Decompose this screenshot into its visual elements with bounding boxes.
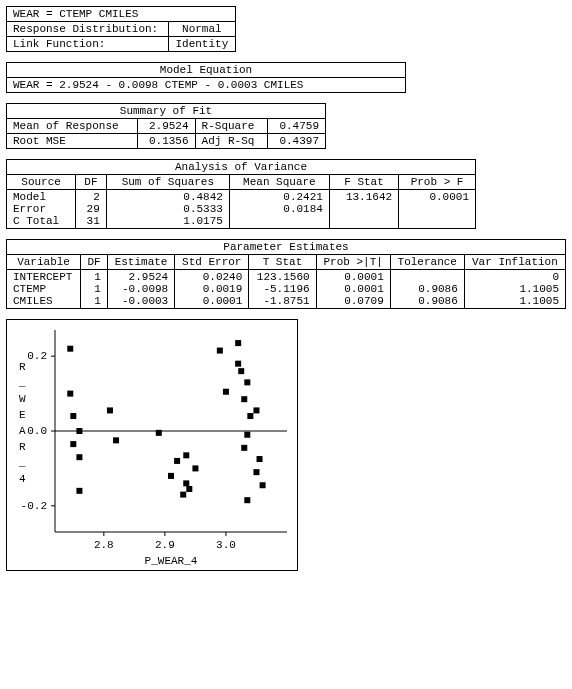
svg-rect-48	[247, 413, 253, 419]
svg-text:_: _	[18, 377, 26, 389]
summary-fit-row: Mean of Response2.9524R-Square0.4759	[7, 119, 326, 134]
param-est-data-row: INTERCEPTCTEMPCMILES1112.9524-0.0098-0.0…	[7, 270, 566, 309]
summary-fit-row: Root MSE0.1356Adj R-Sq0.4397	[7, 134, 326, 149]
svg-rect-31	[107, 407, 113, 413]
model-equation-table: Model Equation WEAR = 2.9524 - 0.0098 CT…	[6, 62, 406, 93]
svg-text:E: E	[19, 409, 26, 421]
svg-rect-43	[235, 340, 241, 346]
summary-fit-cell: 0.1356	[137, 134, 195, 149]
param-est-table: Parameter Estimates VariableDFEstimateSt…	[6, 239, 566, 309]
svg-text:A: A	[19, 425, 26, 437]
anova-cell: 13.1642	[329, 190, 398, 229]
svg-rect-38	[186, 486, 192, 492]
anova-cell: ModelErrorC Total	[7, 190, 76, 229]
model-spec-formula: WEAR = CTEMP CMILES	[7, 7, 236, 22]
param-est-header: Variable	[7, 255, 81, 270]
anova-cell: 0.24210.0184	[229, 190, 329, 229]
svg-text:R: R	[19, 441, 26, 453]
svg-rect-49	[244, 432, 250, 438]
param-est-title: Parameter Estimates	[7, 240, 566, 255]
summary-fit-cell: Root MSE	[7, 134, 138, 149]
resp-dist-value: Normal	[168, 22, 235, 37]
param-est-header: Estimate	[107, 255, 174, 270]
svg-text:3.0: 3.0	[216, 539, 236, 551]
svg-rect-32	[113, 437, 119, 443]
anova-data-row: ModelErrorC Total229310.48420.53331.0175…	[7, 190, 476, 229]
param-est-cell: 123.1560-5.1196-1.8751	[249, 270, 316, 309]
svg-rect-39	[183, 452, 189, 458]
anova-header: Sum of Squares	[106, 175, 229, 190]
svg-text:2.9: 2.9	[155, 539, 175, 551]
param-est-header: Var Inflation	[464, 255, 565, 270]
summary-fit-table: Summary of Fit Mean of Response2.9524R-S…	[6, 103, 326, 149]
svg-rect-46	[244, 379, 250, 385]
anova-cell: 0.0001	[399, 190, 476, 229]
anova-title: Analysis of Variance	[7, 160, 476, 175]
anova-header: F Stat	[329, 175, 398, 190]
svg-rect-36	[180, 492, 186, 498]
summary-fit-cell: R-Square	[195, 119, 267, 134]
svg-rect-54	[260, 482, 266, 488]
resp-dist-label: Response Distribution:	[7, 22, 169, 37]
anova-header: Source	[7, 175, 76, 190]
svg-rect-30	[76, 488, 82, 494]
svg-text:P_WEAR_4: P_WEAR_4	[145, 555, 198, 567]
residual-scatter-plot: -0.20.00.22.82.93.0R_WEAR_4P_WEAR_4	[6, 319, 566, 571]
param-est-header: Prob >|T|	[316, 255, 390, 270]
summary-fit-cell: 2.9524	[137, 119, 195, 134]
svg-text:-0.2: -0.2	[21, 500, 47, 512]
svg-rect-44	[235, 361, 241, 367]
param-est-cell: 111	[81, 270, 108, 309]
svg-rect-53	[253, 469, 259, 475]
svg-rect-37	[183, 480, 189, 486]
svg-text:4: 4	[19, 473, 26, 485]
param-est-header: T Stat	[249, 255, 316, 270]
svg-rect-26	[70, 413, 76, 419]
summary-fit-title: Summary of Fit	[7, 104, 326, 119]
link-func-value: Identity	[168, 37, 235, 52]
svg-text:R: R	[19, 361, 26, 373]
svg-rect-40	[192, 465, 198, 471]
param-est-cell: INTERCEPTCTEMPCMILES	[7, 270, 81, 309]
anova-header: Prob > F	[399, 175, 476, 190]
summary-fit-cell: Mean of Response	[7, 119, 138, 134]
model-equation-text: WEAR = 2.9524 - 0.0098 CTEMP - 0.0003 CM…	[7, 78, 406, 93]
svg-rect-47	[241, 396, 247, 402]
param-est-cell: 2.9524-0.0098-0.0003	[107, 270, 174, 309]
svg-text:0.0: 0.0	[27, 425, 47, 437]
svg-text:_: _	[18, 457, 26, 469]
param-est-cell: 01.10051.1005	[464, 270, 565, 309]
param-est-header: Std Error	[175, 255, 249, 270]
svg-rect-28	[70, 441, 76, 447]
summary-fit-cell: 0.4397	[268, 134, 326, 149]
svg-rect-25	[67, 391, 73, 397]
anova-cell: 22931	[76, 190, 107, 229]
anova-header: Mean Square	[229, 175, 329, 190]
link-func-label: Link Function:	[7, 37, 169, 52]
svg-text:W: W	[19, 393, 26, 405]
param-est-cell: 0.00010.00010.0709	[316, 270, 390, 309]
anova-table: Analysis of Variance SourceDFSum of Squa…	[6, 159, 476, 229]
svg-rect-50	[241, 445, 247, 451]
svg-rect-33	[156, 430, 162, 436]
param-est-header: Tolerance	[390, 255, 464, 270]
svg-rect-42	[223, 389, 229, 395]
svg-rect-41	[217, 348, 223, 354]
param-est-cell: 0.90860.9086	[390, 270, 464, 309]
svg-rect-29	[76, 454, 82, 460]
summary-fit-cell: 0.4759	[268, 119, 326, 134]
summary-fit-cell: Adj R-Sq	[195, 134, 267, 149]
svg-text:2.8: 2.8	[94, 539, 114, 551]
svg-rect-45	[238, 368, 244, 374]
svg-rect-34	[168, 473, 174, 479]
param-est-header: DF	[81, 255, 108, 270]
anova-cell: 0.48420.53331.0175	[106, 190, 229, 229]
model-spec-table: WEAR = CTEMP CMILES Response Distributio…	[6, 6, 236, 52]
svg-rect-27	[76, 428, 82, 434]
svg-rect-55	[244, 497, 250, 503]
param-est-cell: 0.02400.00190.0001	[175, 270, 249, 309]
svg-rect-35	[174, 458, 180, 464]
svg-text:0.2: 0.2	[27, 350, 47, 362]
model-equation-title: Model Equation	[7, 63, 406, 78]
svg-rect-51	[253, 407, 259, 413]
